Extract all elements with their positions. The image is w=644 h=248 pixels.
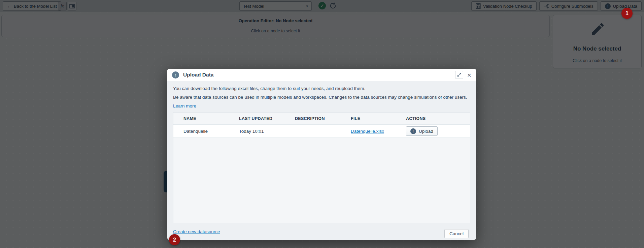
upload-icon: ↑ bbox=[172, 71, 179, 79]
datasource-file-link[interactable]: Datenquelle.xlsx bbox=[351, 129, 384, 134]
modal-header-buttons: × bbox=[455, 71, 472, 79]
annotation-badge-2: 2 bbox=[169, 234, 180, 245]
description-line1: You can download the following excel fil… bbox=[173, 84, 476, 93]
create-new-datasource-link[interactable]: Create new datasource bbox=[173, 229, 220, 234]
annotation-badge-1: 1 bbox=[621, 8, 633, 19]
table-row: Datenquelle Today 10:01 Datenquelle.xlsx… bbox=[173, 124, 470, 138]
description-line2-text: Be aware that data sources can be used i… bbox=[173, 95, 467, 100]
col-header-last-updated: LAST UPDATED bbox=[239, 116, 295, 121]
expand-icon bbox=[457, 72, 462, 77]
upload-data-modal: ↑ Upload Data × You can download the fol… bbox=[167, 69, 476, 240]
modal-title: Upload Data bbox=[183, 72, 213, 78]
cell-last-updated: Today 10:01 bbox=[239, 129, 295, 134]
modal-header: ↑ Upload Data × bbox=[167, 69, 476, 81]
col-header-actions: ACTIONS bbox=[406, 116, 470, 121]
table-header-row: NAME LAST UPDATED DESCRIPTION FILE ACTIO… bbox=[173, 113, 470, 124]
col-header-file: FILE bbox=[351, 116, 406, 121]
expand-modal-button[interactable] bbox=[455, 71, 463, 79]
cell-name: Datenquelle bbox=[183, 129, 239, 134]
row-upload-button[interactable]: ↑ Upload bbox=[406, 126, 438, 136]
row-upload-label: Upload bbox=[419, 129, 433, 134]
description-line2: Be aware that data sources can be used i… bbox=[173, 93, 476, 111]
col-header-description: DESCRIPTION bbox=[295, 116, 351, 121]
close-icon[interactable]: × bbox=[467, 71, 472, 79]
datasource-table: NAME LAST UPDATED DESCRIPTION FILE ACTIO… bbox=[173, 112, 470, 223]
modal-description: You can download the following excel fil… bbox=[173, 84, 476, 111]
col-header-name: NAME bbox=[183, 116, 239, 121]
learn-more-link[interactable]: Learn more bbox=[173, 103, 196, 108]
cancel-button[interactable]: Cancel bbox=[444, 229, 469, 238]
upload-icon: ↑ bbox=[410, 128, 416, 134]
